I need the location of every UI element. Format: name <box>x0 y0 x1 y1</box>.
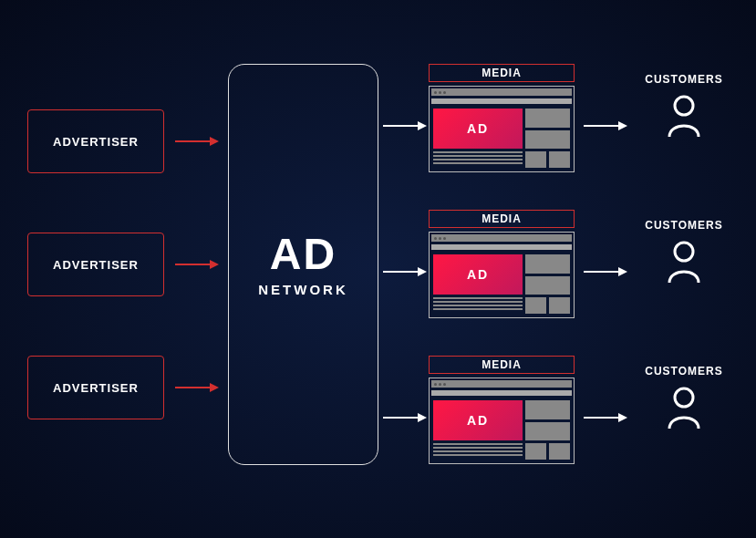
ad-network-subtitle: NETWORK <box>258 282 348 297</box>
advertiser-label: ADVERTISER <box>53 381 139 395</box>
person-icon <box>664 239 704 285</box>
ad-network-title: AD <box>270 233 337 276</box>
customer-label: CUSTOMERS <box>638 365 730 378</box>
ad-placement: AD <box>433 400 523 440</box>
content-sidebar <box>525 109 570 149</box>
media-group-2: MEDIA AD <box>429 210 575 318</box>
advertiser-box-1: ADVERTISER <box>27 109 164 173</box>
arrow-advertiser-to-network-2 <box>175 259 221 270</box>
arrow-network-to-media-3 <box>383 410 429 421</box>
svg-point-18 <box>675 97 693 115</box>
content-text-lines <box>433 297 523 314</box>
media-label: MEDIA <box>429 356 575 374</box>
advertiser-label: ADVERTISER <box>53 135 139 149</box>
arrow-media-to-customer-1 <box>584 119 629 129</box>
content-thumbs <box>525 297 570 314</box>
svg-marker-7 <box>418 121 427 130</box>
svg-marker-9 <box>418 267 427 276</box>
media-browser-mock: AD <box>429 378 575 464</box>
customer-2: CUSTOMERS <box>638 219 730 285</box>
media-label: MEDIA <box>429 64 575 82</box>
content-thumbs <box>525 443 570 460</box>
content-text-lines <box>433 151 523 168</box>
browser-titlebar <box>431 234 572 242</box>
person-icon <box>664 385 704 430</box>
content-sidebar <box>525 254 570 295</box>
advertiser-box-3: ADVERTISER <box>27 356 164 419</box>
customer-1: CUSTOMERS <box>638 73 730 139</box>
svg-marker-3 <box>210 260 219 269</box>
ad-text: AD <box>467 121 489 136</box>
svg-point-20 <box>675 388 693 407</box>
ad-text: AD <box>467 267 489 282</box>
svg-marker-11 <box>418 413 427 422</box>
svg-marker-17 <box>618 413 627 422</box>
browser-titlebar <box>431 380 572 388</box>
svg-point-19 <box>675 243 693 261</box>
media-group-1: MEDIA AD <box>429 64 575 172</box>
person-icon <box>664 93 704 139</box>
content-thumbs <box>525 151 570 168</box>
media-browser-mock: AD <box>429 86 575 172</box>
ad-placement: AD <box>433 254 523 295</box>
svg-marker-13 <box>618 121 627 130</box>
arrow-media-to-customer-2 <box>584 264 629 275</box>
media-group-3: MEDIA AD <box>429 356 575 464</box>
browser-navbar <box>431 244 572 250</box>
arrow-advertiser-to-network-1 <box>175 136 221 147</box>
advertiser-box-2: ADVERTISER <box>27 233 164 296</box>
advertiser-label: ADVERTISER <box>53 258 139 272</box>
customer-label: CUSTOMERS <box>638 73 730 86</box>
media-browser-mock: AD <box>429 232 575 318</box>
media-label: MEDIA <box>429 210 575 228</box>
arrow-media-to-customer-3 <box>584 410 629 421</box>
svg-marker-15 <box>618 267 627 276</box>
svg-marker-1 <box>210 137 219 146</box>
browser-navbar <box>431 98 572 104</box>
arrow-advertiser-to-network-3 <box>175 382 221 393</box>
ad-placement: AD <box>433 109 523 149</box>
svg-marker-5 <box>210 383 219 392</box>
browser-titlebar <box>431 88 572 96</box>
ad-network-box: AD NETWORK <box>228 64 378 465</box>
content-text-lines <box>433 443 523 460</box>
customer-3: CUSTOMERS <box>638 365 730 430</box>
content-sidebar <box>525 400 570 440</box>
customer-label: CUSTOMERS <box>638 219 730 232</box>
browser-navbar <box>431 390 572 396</box>
arrow-network-to-media-1 <box>383 119 429 129</box>
ad-text: AD <box>467 413 489 428</box>
arrow-network-to-media-2 <box>383 264 429 275</box>
